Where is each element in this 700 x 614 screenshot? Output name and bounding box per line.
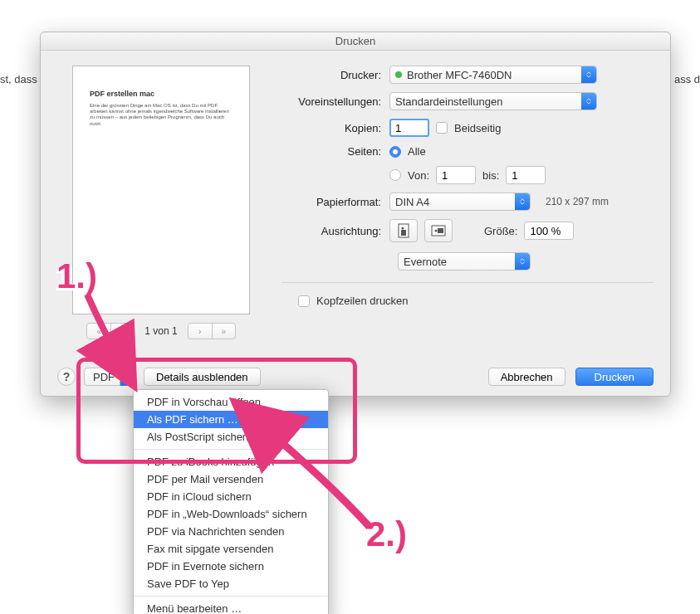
pages-to-input[interactable] <box>506 166 546 184</box>
printer-select[interactable]: Brother MFC-7460DN <box>389 66 597 84</box>
orientation-landscape-button[interactable] <box>424 219 453 242</box>
svg-point-4 <box>435 230 438 232</box>
pages-all-radio[interactable] <box>389 146 401 158</box>
app-options-value: Evernote <box>404 256 447 268</box>
preview-pager: « ‹ 1 von 1 › » <box>57 323 265 339</box>
dialog-title: Drucken <box>41 32 670 51</box>
menu-yep[interactable]: Save PDF to Yep <box>134 575 328 592</box>
label-copies: Kopien: <box>281 122 389 134</box>
background-text-left: st, dass <box>0 73 37 85</box>
svg-rect-5 <box>438 228 443 233</box>
menu-messages[interactable]: PDF via Nachrichten senden <box>134 523 328 540</box>
label-from: Von: <box>408 169 429 182</box>
print-dialog: Drucken PDF erstellen mac Eine der gröss… <box>40 32 671 397</box>
pdf-menu-button[interactable]: PDF <box>84 368 135 386</box>
svg-point-1 <box>402 227 404 230</box>
chevron-down-icon <box>120 368 135 386</box>
label-orient: Ausrichtung: <box>281 225 389 237</box>
copies-input[interactable] <box>389 119 429 137</box>
menu-sipgate-fax[interactable]: Fax mit sipgate versenden <box>134 540 328 558</box>
svg-rect-2 <box>401 230 406 236</box>
paper-dimensions: 210 x 297 mm <box>546 196 609 207</box>
label-pages-all: Alle <box>408 145 426 158</box>
preview-doc-text: Eine der grössten Dinge am Mac OS ist, d… <box>90 103 233 127</box>
cancel-button[interactable]: Abbrechen <box>488 368 565 386</box>
pager-prev-button[interactable]: ‹ <box>110 324 134 339</box>
menu-save-as-postscript[interactable]: Als PostScript sichern <box>134 428 328 446</box>
menu-pdf-preview[interactable]: PDF in Vorschau öffnen <box>134 393 328 411</box>
pager-label: 1 von 1 <box>144 325 177 337</box>
help-button[interactable]: ? <box>57 368 76 386</box>
details-toggle-button[interactable]: Details ausblenden <box>144 368 261 386</box>
menu-icloud[interactable]: PDF in iCloud sichern <box>134 488 328 505</box>
pages-range-radio[interactable] <box>389 169 401 181</box>
orientation-portrait-button[interactable] <box>389 219 418 242</box>
menu-evernote[interactable]: PDF in Evernote sichern <box>134 558 328 575</box>
pages-from-input[interactable] <box>436 166 476 184</box>
label-printer: Drucker: <box>281 69 389 81</box>
print-preview: PDF erstellen mac Eine der grössten Ding… <box>72 66 250 314</box>
label-size: Größe: <box>484 225 517 237</box>
label-paper: Papierformat: <box>281 196 389 208</box>
pdf-menu-label: PDF <box>93 371 115 383</box>
pdf-dropdown-menu: PDF in Vorschau öffnen Als PDF sichern …… <box>133 389 329 614</box>
paper-select[interactable]: DIN A4 <box>389 192 531 211</box>
label-to: bis: <box>482 169 499 182</box>
menu-save-as-pdf[interactable]: Als PDF sichern … <box>134 411 328 428</box>
background-text-right: ass d <box>674 73 700 85</box>
paper-value: DIN A4 <box>395 196 429 208</box>
label-preset: Voreinstellungen: <box>281 95 389 108</box>
label-twosided: Beidseitig <box>454 122 501 134</box>
pager-last-button[interactable]: » <box>212 324 235 339</box>
label-print-headers: Kopfzeilen drucken <box>316 295 409 307</box>
scale-input[interactable] <box>524 222 574 240</box>
pager-first-button[interactable]: « <box>87 324 110 339</box>
printer-value: Brother MFC-7460DN <box>407 69 512 81</box>
preview-doc-title: PDF erstellen mac <box>90 90 233 98</box>
label-pages: Seiten: <box>281 145 389 158</box>
print-headers-checkbox[interactable] <box>298 295 310 307</box>
menu-edit[interactable]: Menü bearbeiten … <box>134 600 328 614</box>
menu-send-mail[interactable]: PDF per Mail versenden <box>134 470 328 488</box>
annotation-callout-1: 1.) <box>56 256 97 296</box>
app-options-select[interactable]: Evernote <box>398 252 531 270</box>
twosided-checkbox[interactable] <box>436 122 448 134</box>
menu-add-to-ibooks[interactable]: PDF zu iBooks hinzufügen <box>134 453 328 470</box>
print-button[interactable]: Drucken <box>575 368 653 386</box>
menu-web-downloads[interactable]: PDF in „Web-Downloads“ sichern <box>134 505 328 523</box>
preset-select[interactable]: Standardeinstellungen <box>389 92 597 110</box>
preset-value: Standardeinstellungen <box>395 95 502 108</box>
printer-status-icon <box>395 71 402 78</box>
pager-next-button[interactable]: › <box>188 324 212 339</box>
annotation-callout-2: 2.) <box>366 514 407 554</box>
